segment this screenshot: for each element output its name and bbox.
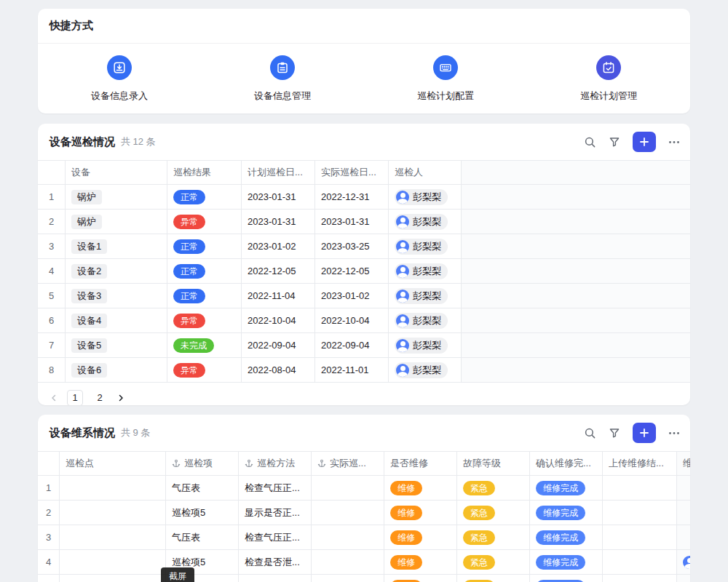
cell-level[interactable]: 紧急 (457, 575, 530, 582)
cell-method[interactable]: 显示是否正... (239, 501, 312, 525)
cell-plan-date[interactable]: 2022-10-04 (242, 308, 315, 332)
cell-method[interactable]: 检查气压正... (239, 525, 312, 549)
cell-upload[interactable] (603, 525, 677, 549)
cell-plan-date[interactable]: 2023-01-31 (242, 185, 315, 209)
row-number[interactable]: 2 (38, 210, 66, 234)
col-upload[interactable]: 上传维修结... (603, 452, 677, 475)
cell-point[interactable] (60, 476, 166, 500)
col-row-number[interactable] (38, 452, 60, 475)
cell-cutoff[interactable] (677, 575, 690, 582)
cell-level[interactable]: 紧急 (457, 525, 530, 549)
cell-item[interactable]: 气压表 (166, 476, 239, 500)
col-cutoff[interactable]: 维... (677, 452, 690, 475)
cell-cutoff[interactable] (677, 501, 690, 525)
cell-repair[interactable]: 维修 (384, 575, 457, 582)
cell-upload[interactable] (603, 550, 677, 574)
cell-upload[interactable] (603, 575, 677, 582)
cell-result[interactable]: 未完成 (167, 333, 242, 357)
col-repair[interactable]: 是否维修 (384, 452, 457, 475)
col-row-number[interactable] (38, 161, 66, 184)
search-icon[interactable] (584, 427, 596, 439)
cell-level[interactable]: 紧急 (457, 550, 530, 574)
cell-device[interactable]: 设备3 (66, 284, 167, 308)
add-record-button[interactable] (633, 423, 656, 443)
cell-repair[interactable]: 维修 (384, 501, 457, 525)
cell-plan-date[interactable]: 2023-01-02 (242, 234, 315, 258)
cell-point[interactable] (60, 575, 166, 582)
cell-device[interactable]: 设备2 (66, 259, 167, 283)
col-method[interactable]: 巡检方法 (239, 452, 312, 475)
cell-item[interactable]: 气压表 (166, 525, 239, 549)
cell-plan-date[interactable]: 2022-08-04 (242, 358, 315, 382)
cell-actual-date[interactable]: 2022-09-04 (315, 333, 389, 357)
col-item[interactable]: 巡检项 (166, 452, 239, 475)
col-confirm[interactable]: 确认维修完... (530, 452, 603, 475)
prev-page-button[interactable] (50, 394, 58, 402)
col-actual-date[interactable]: 实际巡检日... (315, 161, 389, 184)
row-number[interactable]: 2 (38, 501, 60, 525)
row-number[interactable]: 5 (38, 284, 66, 308)
cell-inspector[interactable]: 彭梨梨 (389, 284, 462, 308)
shortcut-device-manage[interactable]: 设备信息管理 (201, 44, 364, 113)
cell-plan-date[interactable]: 2022-09-04 (242, 333, 315, 357)
cell-inspector[interactable]: 彭梨梨 (389, 308, 462, 332)
cell-level[interactable]: 紧急 (457, 501, 530, 525)
cell-actual-date[interactable]: 2023-01-31 (315, 210, 389, 234)
row-number[interactable]: 6 (38, 308, 66, 332)
col-result[interactable]: 巡检结果 (167, 161, 242, 184)
row-number[interactable]: 3 (38, 525, 60, 549)
cell-method[interactable]: 检查是否泄... (239, 550, 312, 574)
cell-result[interactable]: 正常 (167, 259, 242, 283)
more-icon[interactable] (668, 140, 680, 144)
row-number[interactable]: 7 (38, 333, 66, 357)
cell-actual-date[interactable]: 2022-11-01 (315, 358, 389, 382)
cell-confirm[interactable]: 维修完成 (530, 501, 603, 525)
cell-inspector[interactable]: 彭梨梨 (389, 358, 462, 382)
col-level[interactable]: 故障等级 (457, 452, 530, 475)
cell-result[interactable]: 异常 (167, 210, 242, 234)
cell-point[interactable] (60, 501, 166, 525)
cell-actual-date[interactable]: 2022-12-31 (315, 185, 389, 209)
cell-actual[interactable] (312, 525, 384, 549)
cell-cutoff[interactable] (677, 525, 690, 549)
next-page-button[interactable] (116, 394, 125, 402)
col-point[interactable]: 巡检点 (60, 452, 166, 475)
cell-device[interactable]: 锅炉 (66, 185, 167, 209)
shortcut-plan-config[interactable]: 巡检计划配置 (364, 44, 527, 113)
cell-inspector[interactable]: 彭梨梨 (389, 210, 462, 234)
col-plan-date[interactable]: 计划巡检日... (242, 161, 315, 184)
cell-device[interactable]: 设备4 (66, 308, 167, 332)
cell-result[interactable]: 异常 (167, 358, 242, 382)
cell-item[interactable]: 巡检项5 (166, 501, 239, 525)
cell-upload[interactable] (603, 501, 677, 525)
cell-repair[interactable]: 维修 (384, 525, 457, 549)
more-icon[interactable] (668, 431, 680, 435)
row-number[interactable]: 5 (38, 575, 60, 582)
cell-method[interactable]: 显示是否正... (239, 575, 312, 582)
cell-inspector[interactable]: 彭梨梨 (389, 259, 462, 283)
cell-device[interactable]: 设备1 (66, 234, 167, 258)
cell-confirm[interactable]: 维修完成 (530, 550, 603, 574)
row-number[interactable]: 8 (38, 358, 66, 382)
cell-cutoff[interactable] (677, 476, 690, 500)
cell-plan-date[interactable]: 2022-12-05 (242, 259, 315, 283)
cell-device[interactable]: 设备5 (66, 333, 167, 357)
filter-icon[interactable] (609, 136, 620, 148)
cell-confirm[interactable]: 维修完成 (530, 476, 603, 500)
cell-actual-date[interactable]: 2022-12-05 (315, 259, 389, 283)
cell-result[interactable]: 正常 (167, 284, 242, 308)
cell-method[interactable]: 检查气压正... (239, 476, 312, 500)
cell-confirm[interactable]: 维修完成 (530, 575, 603, 582)
cell-repair[interactable]: 维修 (384, 550, 457, 574)
cell-confirm[interactable]: 维修完成 (530, 525, 603, 549)
cell-repair[interactable]: 维修 (384, 476, 457, 500)
cell-device[interactable]: 设备6 (66, 358, 167, 382)
row-number[interactable]: 1 (38, 185, 66, 209)
filter-icon[interactable] (609, 427, 620, 439)
cell-actual[interactable] (312, 476, 384, 500)
cell-result[interactable]: 正常 (167, 185, 242, 209)
cell-upload[interactable] (603, 476, 677, 500)
cell-inspector[interactable]: 彭梨梨 (389, 185, 462, 209)
search-icon[interactable] (584, 136, 596, 148)
cell-actual-date[interactable]: 2023-03-25 (315, 234, 389, 258)
